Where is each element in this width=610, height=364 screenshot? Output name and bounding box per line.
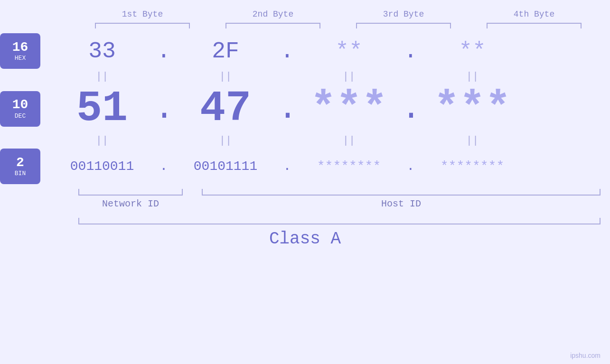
byte1-header: 1st Byte — [90, 9, 195, 19]
hex-byte3: ** — [335, 38, 363, 64]
dec-byte3: *** — [310, 84, 387, 133]
hex-byte2: 2F — [212, 38, 239, 64]
eq-hex-dec-3: || — [297, 71, 401, 83]
class-label: Class A — [269, 229, 341, 249]
hex-dot2: . — [278, 38, 297, 64]
bracket-byte1 — [95, 23, 190, 28]
byte2-header: 2nd Byte — [221, 9, 325, 19]
hex-byte4: ** — [459, 38, 486, 64]
dec-dot1: . — [154, 90, 173, 128]
eq-dec-bin-2: || — [173, 135, 278, 147]
bin-badge: 2 BIN — [0, 149, 40, 184]
eq-hex-dec-4: || — [420, 71, 525, 83]
bin-dot2: . — [278, 159, 297, 174]
watermark: ipshu.com — [570, 352, 601, 359]
eq-hex-dec-1: || — [50, 71, 154, 83]
eq-dec-bin-1: || — [50, 135, 154, 147]
bracket-byte2 — [225, 23, 320, 28]
dec-byte2: 47 — [200, 84, 251, 133]
hex-dot3: . — [401, 38, 420, 64]
bin-byte2: 00101111 — [194, 159, 257, 174]
bottom-bracket-network — [78, 189, 183, 196]
bin-byte3: ******** — [317, 159, 381, 174]
dec-dot2: . — [278, 90, 297, 128]
hex-badge: 16 HEX — [0, 33, 40, 69]
full-bracket — [78, 218, 601, 224]
dec-byte4: *** — [434, 84, 511, 133]
bin-byte1: 00110011 — [70, 159, 134, 174]
network-id-label: Network ID — [78, 198, 183, 209]
dec-badge: 10 DEC — [0, 91, 40, 127]
bottom-bracket-host — [202, 189, 601, 196]
dec-badge-label: DEC — [15, 112, 26, 120]
hex-byte1: 33 — [88, 38, 116, 64]
bin-dot3: . — [401, 159, 420, 174]
eq-hex-dec-2: || — [173, 71, 278, 83]
byte4-header: 4th Byte — [482, 9, 586, 19]
dec-dot3: . — [401, 90, 420, 128]
bracket-byte4 — [487, 23, 582, 28]
bin-badge-label: BIN — [15, 170, 26, 177]
dec-badge-number: 10 — [12, 98, 28, 112]
dec-byte1: 51 — [76, 84, 128, 133]
byte3-header: 3rd Byte — [351, 9, 456, 19]
bin-badge-number: 2 — [16, 156, 24, 170]
hex-dot1: . — [154, 38, 173, 64]
hex-badge-number: 16 — [12, 40, 28, 55]
bin-byte4: ******** — [441, 159, 504, 174]
hex-badge-label: HEX — [15, 55, 26, 62]
eq-dec-bin-4: || — [420, 135, 525, 147]
bracket-byte3 — [356, 23, 451, 28]
host-id-label: Host ID — [202, 198, 601, 209]
bin-dot1: . — [154, 159, 173, 174]
eq-dec-bin-3: || — [297, 135, 401, 147]
